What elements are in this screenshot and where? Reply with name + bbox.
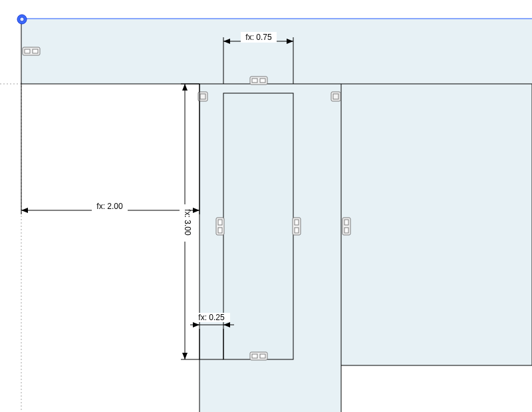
coincident-icon[interactable]	[331, 92, 340, 101]
constraint-icon[interactable]	[293, 218, 301, 235]
svg-rect-3	[25, 49, 30, 53]
svg-rect-18	[252, 354, 257, 358]
svg-rect-19	[260, 354, 265, 358]
svg-marker-47	[182, 84, 188, 91]
face-right[interactable]	[341, 84, 532, 365]
svg-rect-4	[33, 49, 38, 53]
svg-marker-34	[193, 208, 200, 213]
face-mid[interactable]	[223, 93, 293, 359]
svg-marker-48	[182, 353, 188, 359]
svg-rect-15	[344, 220, 348, 225]
constraint-icon[interactable]	[23, 47, 40, 55]
svg-point-1	[20, 17, 24, 21]
svg-rect-9	[218, 220, 222, 225]
svg-rect-7	[260, 79, 265, 83]
constraint-icon[interactable]	[342, 218, 350, 235]
constraint-icon[interactable]	[250, 352, 267, 360]
sketch-canvas[interactable]: fx: 0.75 fx: 2.00 fx: 0.25 fx: 3.00	[0, 0, 532, 412]
svg-rect-10	[218, 228, 222, 233]
svg-rect-6	[252, 79, 257, 83]
dimension-label[interactable]: fx: 0.75	[245, 33, 272, 42]
face-top[interactable]	[21, 19, 532, 84]
svg-rect-23	[333, 94, 338, 99]
svg-rect-21	[200, 94, 205, 99]
dimension-label[interactable]: fx: 2.00	[96, 202, 123, 211]
constraint-icon[interactable]	[216, 218, 224, 235]
svg-rect-16	[344, 228, 348, 233]
dimension-label[interactable]: fx: 3.00	[183, 209, 192, 236]
svg-rect-13	[295, 228, 299, 233]
svg-marker-33	[21, 208, 28, 213]
dimension-label[interactable]: fx: 0.25	[198, 313, 225, 322]
svg-rect-12	[295, 220, 299, 225]
constraint-icon[interactable]	[250, 77, 267, 85]
dimension-2-00[interactable]: fx: 2.00	[21, 84, 200, 214]
sketch-origin-point[interactable]	[17, 15, 27, 24]
